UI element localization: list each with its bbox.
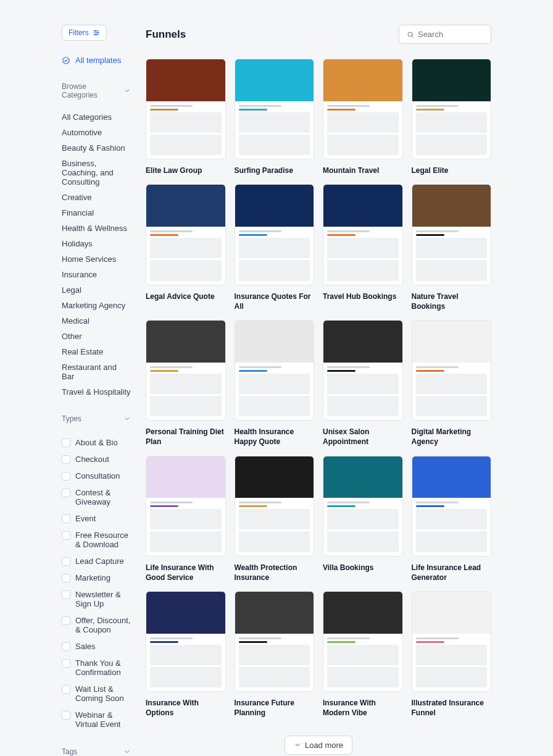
category-item[interactable]: Restaurant and Bar [62,359,131,384]
template-thumbnail[interactable] [412,184,492,285]
type-checkbox-item[interactable]: Webinar & Virtual Event [62,707,131,733]
checkbox[interactable] [62,711,70,720]
template-thumbnail[interactable] [323,320,403,421]
template-card: Mountain Travel [323,59,403,175]
checkbox[interactable] [62,514,70,523]
type-checkbox-item[interactable]: Offer, Discount, & Coupon [62,612,131,638]
template-thumbnail[interactable] [146,184,226,285]
template-thumbnail[interactable] [146,320,226,421]
type-checkbox-item[interactable]: Checkout [62,451,131,468]
thumb-hero [412,185,491,227]
template-thumbnail[interactable] [146,456,226,556]
template-thumbnail[interactable] [146,59,226,159]
checkbox[interactable] [62,659,70,668]
thumb-body [235,101,314,159]
checkbox[interactable] [62,557,70,566]
template-title: Illustrated Insurance Funnel [412,698,492,718]
category-item[interactable]: Travel & Hospitality [62,384,131,400]
type-checkbox-item[interactable]: Thank You & Confirmation [62,655,131,681]
category-item[interactable]: Insurance [62,267,131,282]
checkbox[interactable] [62,616,70,625]
category-item[interactable]: Holidays [62,236,131,251]
template-card: Villa Bookings [323,456,403,583]
template-thumbnail[interactable] [235,184,315,285]
category-item[interactable]: Business, Coaching, and Consulting [62,156,131,190]
template-thumbnail[interactable] [235,456,315,556]
template-title: Life Insurance With Good Service [146,563,226,582]
category-item[interactable]: Financial [62,205,131,220]
template-thumbnail[interactable] [323,59,403,159]
type-label: Webinar & Virtual Event [75,710,131,729]
checkbox[interactable] [62,574,70,582]
type-checkbox-item[interactable]: Wait List & Coming Soon [62,681,131,707]
template-card: Legal Elite [412,59,492,175]
checkbox[interactable] [62,489,70,497]
category-item[interactable]: Creative [62,190,131,205]
template-thumbnail[interactable] [323,456,403,556]
type-checkbox-item[interactable]: Sales [62,638,131,655]
checkbox[interactable] [62,531,70,540]
template-grid: Elite Law GroupSurfing ParadiseMountain … [146,59,491,718]
category-item[interactable]: Automotive [62,125,131,140]
category-item[interactable]: Real Estate [62,344,131,359]
template-thumbnail[interactable] [235,59,315,159]
category-item[interactable]: All Categories [62,109,131,125]
filters-button[interactable]: Filters [62,25,107,41]
all-templates-link[interactable]: All templates [62,53,131,67]
category-item[interactable]: Other [62,329,131,344]
template-thumbnail[interactable] [412,456,492,556]
template-card: Illustrated Insurance Funnel [412,591,492,718]
type-checkbox-item[interactable]: Consultation [62,468,131,484]
type-checkbox-item[interactable]: Contest & Giveaway [62,484,131,510]
type-checkbox-item[interactable]: Free Resource & Download [62,527,131,553]
checkbox[interactable] [62,685,70,694]
load-more-label: Load more [305,741,343,750]
browse-categories-header[interactable]: Browse Categories [62,82,131,104]
type-checkbox-item[interactable]: Lead Capture [62,553,131,569]
template-thumbnail[interactable] [235,591,315,692]
checkbox[interactable] [62,590,70,599]
template-thumbnail[interactable] [323,184,403,285]
thumb-body [323,634,402,692]
template-thumbnail[interactable] [412,591,492,692]
template-thumbnail[interactable] [412,59,492,159]
search-box[interactable] [399,25,491,44]
template-title: Insurance With Modern Vibe [323,698,403,718]
checkbox[interactable] [62,472,70,481]
category-item[interactable]: Beauty & Fashion [62,140,131,156]
template-thumbnail[interactable] [412,320,492,421]
checkbox[interactable] [62,455,70,464]
thumb-body [235,498,314,556]
category-item[interactable]: Health & Wellness [62,220,131,236]
template-card: Travel Hub Bookings [323,184,403,311]
search-input[interactable] [418,30,483,39]
load-more-button[interactable]: Load more [285,736,352,755]
thumb-body [146,634,225,692]
type-checkbox-item[interactable]: About & Bio [62,434,131,451]
category-item[interactable]: Medical [62,313,131,329]
tags-label: Tags [62,747,77,756]
thumb-hero [146,592,225,634]
template-thumbnail[interactable] [323,591,403,692]
template-thumbnail[interactable] [146,591,226,692]
thumb-hero [323,59,402,101]
category-item[interactable]: Marketing Agency [62,298,131,313]
template-card: Wealth Protection Insurance [235,456,315,583]
template-title: Legal Elite [412,166,492,175]
tags-header[interactable]: Tags [62,747,131,756]
category-item[interactable]: Legal [62,282,131,298]
template-title: Elite Law Group [146,166,226,175]
type-checkbox-item[interactable]: Newsletter & Sign Up [62,586,131,612]
checkbox[interactable] [62,642,70,651]
type-checkbox-item[interactable]: Event [62,510,131,527]
template-thumbnail[interactable] [235,320,315,421]
thumb-hero [146,321,225,363]
types-header[interactable]: Types [62,414,131,428]
type-label: About & Bio [75,438,118,447]
thumb-hero [235,456,314,498]
category-item[interactable]: Home Services [62,251,131,267]
type-checkbox-item[interactable]: Marketing [62,569,131,586]
template-card: Surfing Paradise [235,59,315,175]
thumb-hero [146,456,225,498]
checkbox[interactable] [62,439,70,447]
